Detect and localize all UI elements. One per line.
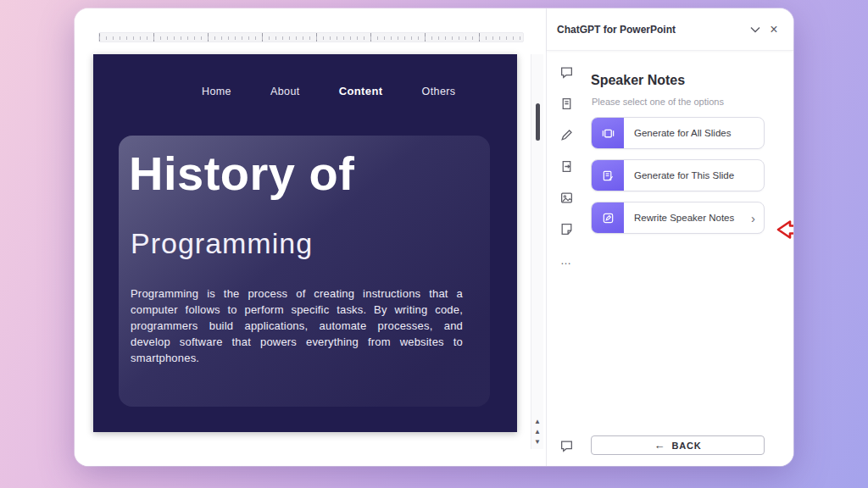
image-icon[interactable] <box>557 188 576 207</box>
pane-header: ChatGPT for PowerPoint × <box>547 8 793 51</box>
edit-square-icon <box>592 202 624 233</box>
chevron-down-icon[interactable] <box>746 20 765 39</box>
button-label: Rewrite Speaker Notes <box>634 213 751 223</box>
feedback-icon[interactable] <box>557 436 576 455</box>
note-pencil-icon <box>592 160 624 191</box>
vertical-scrollbar[interactable]: ▲ ▲ ▼ <box>531 54 543 449</box>
export-icon[interactable] <box>557 157 576 175</box>
slide-canvas[interactable]: Home About Content Others History of Pro… <box>93 54 517 432</box>
back-button[interactable]: ← BACK <box>591 435 765 455</box>
slide-nav-home[interactable]: Home <box>202 86 231 97</box>
pencil-icon[interactable] <box>557 125 576 144</box>
app-window: Home About Content Others History of Pro… <box>75 8 793 466</box>
previous-slide-button[interactable]: ▲ <box>534 429 541 435</box>
horizontal-ruler <box>98 32 524 42</box>
generate-this-slide-button[interactable]: Generate for This Slide <box>591 159 765 191</box>
slide-editor-area: Home About Content Others History of Pro… <box>75 8 546 466</box>
pane-icon-rail: … <box>547 51 586 466</box>
back-label: BACK <box>672 441 702 451</box>
slide-title[interactable]: History of <box>129 149 354 199</box>
pane-content: Speaker Notes Please select one of the o… <box>586 51 793 234</box>
generate-all-slides-button[interactable]: Generate for All Slides <box>591 117 765 149</box>
chatgpt-addin-pane: ChatGPT for PowerPoint × <box>546 8 793 466</box>
rewrite-speaker-notes-button[interactable]: Rewrite Speaker Notes › <box>591 202 765 234</box>
more-icon[interactable]: … <box>557 251 576 269</box>
pane-heading: Speaker Notes <box>591 73 793 88</box>
chevron-right-icon: › <box>751 211 755 225</box>
button-label: Generate for This Slide <box>634 170 764 180</box>
scroll-up-button[interactable]: ▲ <box>534 419 541 425</box>
back-arrow-icon: ← <box>654 439 665 452</box>
slide-body-text[interactable]: Programming is the process of creating i… <box>131 286 463 367</box>
note-icon[interactable] <box>557 219 576 238</box>
slide-content-card[interactable]: History of Programming Programming is th… <box>119 136 490 407</box>
all-slides-icon <box>592 118 624 148</box>
pane-subheading: Please select one of the options <box>592 97 793 107</box>
red-arrow-annotation <box>776 219 793 241</box>
slide-nav-content[interactable]: Content <box>339 85 383 97</box>
compose-icon[interactable] <box>557 94 576 113</box>
slide-nav-others[interactable]: Others <box>422 86 456 97</box>
close-icon[interactable]: × <box>765 20 783 39</box>
slide-nav-about[interactable]: About <box>270 86 300 97</box>
scrollbar-thumb[interactable] <box>536 103 540 141</box>
pane-title: ChatGPT for PowerPoint <box>557 24 746 36</box>
button-label: Generate for All Slides <box>634 128 764 138</box>
chat-icon[interactable] <box>557 63 576 81</box>
next-slide-button[interactable]: ▼ <box>534 439 541 446</box>
slide-subtitle[interactable]: Programming <box>131 227 313 260</box>
slide-nav-menu: Home About Content Others <box>202 85 455 97</box>
